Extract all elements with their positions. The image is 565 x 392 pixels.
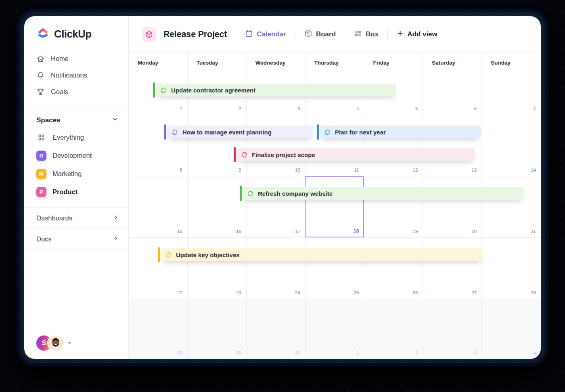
day-header: Tuesday bbox=[188, 53, 247, 72]
event-title: Update contractor agreement bbox=[171, 87, 255, 94]
sidebar-item-product[interactable]: P Product bbox=[24, 183, 128, 201]
recurring-icon bbox=[247, 190, 254, 197]
calendar-cell-selected[interactable]: 18 bbox=[306, 176, 364, 237]
calendar-cell[interactable]: 21 bbox=[482, 176, 541, 237]
add-view-button[interactable]: Add view bbox=[397, 30, 437, 39]
calendar-cell[interactable]: 11 bbox=[306, 115, 364, 176]
calendar-event[interactable]: How to manage event planning bbox=[164, 126, 313, 138]
sidebar-item-notifications[interactable]: Notifications bbox=[24, 67, 128, 84]
calendar-cell[interactable]: 3 bbox=[423, 299, 482, 359]
user-menu[interactable]: S bbox=[36, 335, 71, 351]
sidebar-item-label: Home bbox=[51, 55, 69, 63]
calendar-event[interactable]: Refresh company website bbox=[240, 187, 525, 200]
date-number: 17 bbox=[295, 229, 300, 234]
page-title: Release Project bbox=[163, 29, 227, 40]
calendar-cell[interactable]: 15 bbox=[129, 176, 188, 237]
calendar-cell[interactable]: 12 bbox=[364, 115, 423, 176]
sidebar-item-home[interactable]: Home bbox=[24, 50, 128, 67]
link-label: Docs bbox=[36, 235, 52, 243]
calendar-event[interactable]: Finalize project scope bbox=[234, 148, 475, 161]
space-label: Everything bbox=[52, 134, 84, 141]
date-number: 31 bbox=[295, 350, 300, 355]
event-title: Refresh company website bbox=[258, 190, 333, 197]
date-number: 3 bbox=[297, 106, 300, 111]
chevron-right-icon bbox=[113, 214, 119, 222]
calendar-cell[interactable]: 26 bbox=[364, 238, 423, 299]
calendar-cell[interactable]: 4 bbox=[482, 299, 541, 359]
event-accent-bar bbox=[234, 147, 236, 162]
sidebar-item-development[interactable]: D Development bbox=[24, 147, 128, 165]
tab-label: Calendar bbox=[257, 30, 286, 38]
tab-box[interactable]: Box bbox=[354, 29, 379, 40]
date-number: 6 bbox=[474, 106, 477, 111]
chevron-down-icon[interactable] bbox=[67, 342, 71, 344]
date-number: 26 bbox=[412, 290, 418, 295]
calendar-event[interactable]: Update contractor agreement bbox=[153, 84, 396, 96]
space-badge: M bbox=[36, 169, 46, 179]
calendar-cell[interactable]: 20 bbox=[423, 176, 482, 237]
date-number: 4 bbox=[534, 350, 536, 355]
sidebar-item-marketing[interactable]: M Marketing bbox=[24, 165, 128, 183]
home-icon bbox=[36, 55, 45, 63]
event-accent-bar bbox=[164, 124, 166, 140]
add-view-label: Add view bbox=[407, 30, 437, 38]
calendar-cell[interactable]: 16 bbox=[188, 176, 247, 237]
date-number: 2 bbox=[239, 106, 241, 111]
day-header: Wednesday bbox=[247, 53, 306, 72]
calendar-cell[interactable]: 13 bbox=[423, 115, 482, 176]
date-number: 12 bbox=[412, 168, 418, 172]
chevron-down-icon[interactable] bbox=[112, 116, 119, 124]
date-number: 14 bbox=[531, 168, 536, 172]
date-number: 18 bbox=[354, 228, 359, 234]
event-accent-bar bbox=[240, 186, 242, 201]
date-number: 3 bbox=[474, 350, 477, 355]
bell-icon bbox=[36, 71, 45, 80]
calendar-cell[interactable]: 2 bbox=[364, 299, 423, 359]
tab-label: Box bbox=[366, 30, 379, 38]
spaces-header[interactable]: Spaces bbox=[24, 107, 128, 128]
sidebar-item-docs[interactable]: Docs bbox=[24, 229, 128, 249]
calendar-event[interactable]: Plan for next year bbox=[317, 126, 481, 138]
calendar-cell[interactable]: 17 bbox=[247, 176, 306, 237]
calendar-cell[interactable]: 6 bbox=[423, 72, 482, 115]
date-number: 20 bbox=[471, 229, 477, 234]
calendar-cell[interactable]: 19 bbox=[364, 176, 423, 237]
calendar-event[interactable]: Update key objectives bbox=[158, 248, 483, 261]
calendar-cell[interactable]: 24 bbox=[247, 238, 306, 299]
clickup-logo[interactable]: ClickUp bbox=[24, 16, 128, 41]
calendar-cell[interactable]: 29 bbox=[129, 299, 188, 359]
clickup-logo-icon bbox=[36, 27, 50, 41]
calendar-cell[interactable]: 9 bbox=[188, 115, 247, 176]
sidebar-item-goals[interactable]: Goals bbox=[24, 84, 128, 100]
box-icon bbox=[354, 29, 362, 40]
calendar-cell[interactable]: 28 bbox=[482, 238, 541, 299]
calendar-cell[interactable]: 1 bbox=[306, 299, 364, 359]
date-number: 24 bbox=[295, 290, 300, 295]
tab-board[interactable]: Board bbox=[304, 29, 336, 40]
date-number: 27 bbox=[471, 290, 477, 295]
calendar-cell[interactable]: 14 bbox=[482, 115, 541, 176]
sidebar-item-everything[interactable]: Everything bbox=[24, 128, 128, 147]
calendar-cell[interactable]: 7 bbox=[482, 72, 541, 115]
date-number: 23 bbox=[236, 290, 241, 295]
sidebar: ClickUp Home Notifications bbox=[24, 16, 129, 359]
calendar-cell[interactable]: 25 bbox=[306, 238, 364, 299]
calendar-cell[interactable]: 23 bbox=[188, 238, 247, 299]
day-header: Thursday bbox=[306, 53, 364, 72]
recurring-icon bbox=[172, 129, 178, 136]
calendar-cell[interactable]: 30 bbox=[188, 299, 247, 359]
calendar-cell[interactable]: 10 bbox=[247, 115, 306, 176]
date-number: 2 bbox=[415, 350, 418, 355]
calendar-cell[interactable]: 8 bbox=[129, 115, 188, 176]
tab-label: Board bbox=[316, 30, 336, 38]
sidebar-item-dashboards[interactable]: Dashboards bbox=[24, 208, 128, 228]
recurring-icon bbox=[160, 87, 167, 94]
calendar-cell[interactable]: 27 bbox=[423, 238, 482, 299]
week-row: 22232425262728 bbox=[129, 238, 541, 299]
recurring-icon bbox=[324, 129, 331, 136]
tab-calendar[interactable]: Calendar bbox=[245, 29, 286, 40]
date-number: 15 bbox=[177, 229, 182, 234]
calendar-cell[interactable]: 31 bbox=[247, 299, 306, 359]
date-number: 1 bbox=[180, 106, 182, 111]
week-row: 15161718192021 bbox=[129, 176, 541, 238]
